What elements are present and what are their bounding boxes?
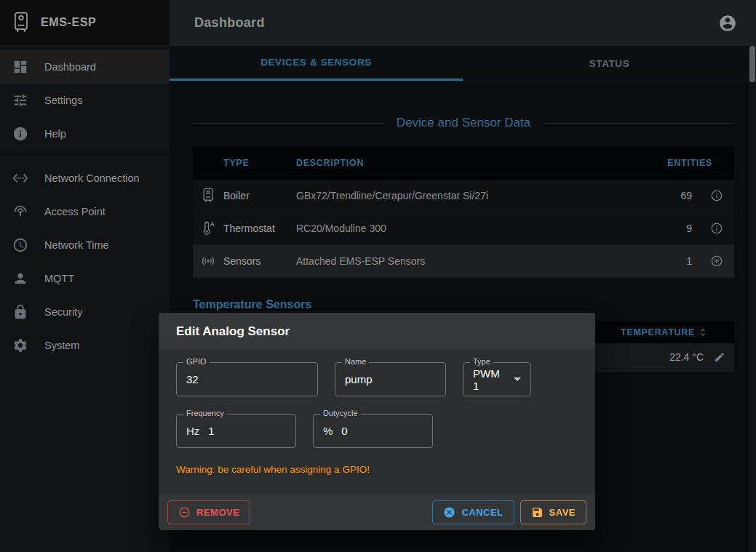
gpio-value: 32 (186, 373, 199, 385)
remove-button[interactable]: REMOVE (167, 500, 250, 524)
dutycycle-field[interactable]: Dutycycle % 0 (313, 414, 433, 448)
gpio-label: GPIO (183, 357, 210, 366)
dialog-content: GPIO 32 Name pump Type PWM 1 Frequency H… (159, 349, 595, 495)
type-select[interactable]: Type PWM 1 (463, 362, 531, 396)
cancel-button[interactable]: CANCEL (432, 500, 514, 524)
edit-analog-sensor-dialog: Edit Analog Sensor GPIO 32 Name pump Typ… (159, 313, 595, 530)
name-value: pump (345, 373, 373, 385)
dialog-actions: REMOVE CANCEL SAVE (159, 495, 595, 530)
type-label: Type (470, 357, 493, 366)
name-field[interactable]: Name pump (335, 362, 446, 396)
gpio-warning-text: Warning: be careful when assigning a GPI… (176, 464, 578, 475)
save-button[interactable]: SAVE (520, 500, 586, 524)
dropdown-caret-icon (514, 377, 521, 381)
dutycycle-value: 0 (341, 425, 347, 437)
cancel-button-label: CANCEL (461, 507, 503, 518)
save-button-label: SAVE (549, 507, 576, 518)
dialog-field-row-2: Frequency Hz 1 Dutycycle % 0 (176, 414, 578, 448)
cancel-circle-icon (443, 506, 455, 519)
gpio-field[interactable]: GPIO 32 (176, 362, 318, 396)
type-value: PWM 1 (473, 367, 504, 392)
frequency-field[interactable]: Frequency Hz 1 (176, 414, 296, 448)
frequency-value: 1 (208, 425, 214, 437)
dutycycle-label: Dutycycle (320, 409, 361, 417)
dialog-field-row-1: GPIO 32 Name pump Type PWM 1 (176, 362, 578, 396)
remove-button-label: REMOVE (196, 507, 239, 518)
frequency-label: Frequency (183, 409, 227, 417)
name-label: Name (342, 357, 369, 366)
frequency-unit-prefix: Hz (186, 425, 199, 437)
dialog-title: Edit Analog Sensor (159, 313, 595, 349)
dutycycle-unit-prefix: % (323, 425, 333, 437)
remove-circle-icon (178, 506, 191, 519)
save-floppy-icon (531, 506, 544, 519)
